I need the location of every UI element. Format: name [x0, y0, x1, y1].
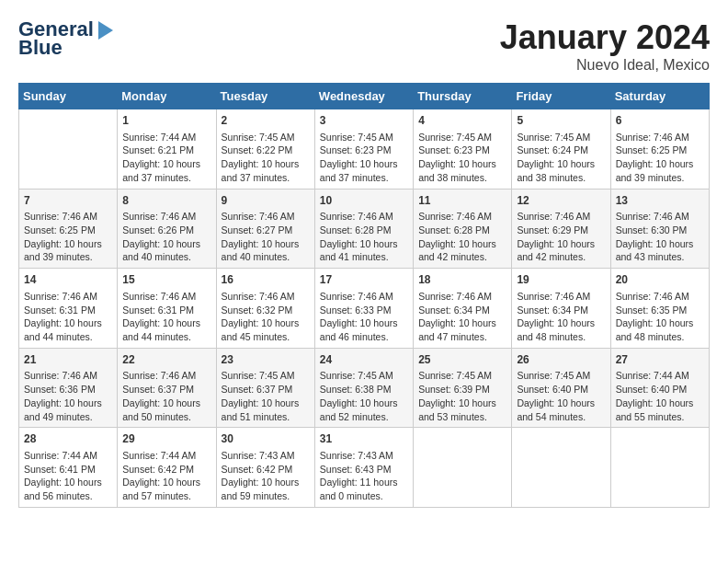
day-number: 13	[616, 193, 704, 209]
day-info: Sunrise: 7:46 AM	[517, 290, 605, 304]
day-info: Sunset: 6:34 PM	[517, 304, 605, 317]
day-info: Sunset: 6:33 PM	[320, 304, 408, 317]
day-info: Sunrise: 7:45 AM	[320, 369, 408, 383]
day-info: Sunrise: 7:46 AM	[24, 369, 112, 383]
calendar-cell: 5Sunrise: 7:45 AMSunset: 6:24 PMDaylight…	[512, 109, 610, 190]
day-info: Sunrise: 7:46 AM	[122, 369, 210, 383]
day-info: Daylight: 10 hours	[418, 157, 506, 171]
month-title: January 2024	[500, 18, 710, 57]
day-info: Daylight: 11 hours	[320, 476, 408, 489]
logo: General Blue	[18, 18, 113, 59]
day-number: 21	[24, 352, 112, 368]
day-number: 1	[122, 113, 210, 129]
day-info: Sunrise: 7:43 AM	[222, 449, 310, 463]
day-info: Sunset: 6:23 PM	[320, 144, 408, 157]
day-info: Sunrise: 7:46 AM	[616, 131, 704, 144]
day-info: Daylight: 10 hours	[418, 316, 506, 330]
day-info: and 52 minutes.	[320, 410, 408, 424]
day-info: Sunrise: 7:45 AM	[222, 369, 310, 383]
calendar-cell: 8Sunrise: 7:46 AMSunset: 6:26 PMDaylight…	[118, 189, 216, 269]
day-info: Daylight: 10 hours	[418, 396, 506, 410]
calendar-cell: 12Sunrise: 7:46 AMSunset: 6:29 PMDayligh…	[512, 189, 610, 269]
day-number: 15	[122, 272, 210, 288]
day-info: and 47 minutes.	[418, 330, 506, 344]
day-info: and 48 minutes.	[616, 330, 704, 344]
day-number: 16	[222, 272, 310, 288]
day-info: Daylight: 10 hours	[24, 316, 112, 330]
day-info: Sunset: 6:39 PM	[418, 383, 506, 396]
day-info: Daylight: 10 hours	[122, 396, 210, 410]
weekday-header: Tuesday	[216, 84, 314, 109]
day-info: Sunset: 6:28 PM	[320, 224, 408, 237]
calendar-cell: 15Sunrise: 7:46 AMSunset: 6:31 PMDayligh…	[118, 269, 216, 349]
day-number: 29	[122, 431, 210, 447]
calendar-cell: 10Sunrise: 7:46 AMSunset: 6:28 PMDayligh…	[314, 189, 413, 269]
day-info: and 39 minutes.	[616, 171, 704, 185]
calendar-week-row: 28Sunrise: 7:44 AMSunset: 6:41 PMDayligh…	[19, 428, 710, 508]
day-info: Daylight: 10 hours	[122, 316, 210, 330]
day-number: 2	[222, 113, 310, 129]
day-info: and 50 minutes.	[122, 410, 210, 424]
day-info: and 51 minutes.	[222, 410, 310, 424]
day-info: Daylight: 10 hours	[24, 237, 112, 251]
location: Nuevo Ideal, Mexico	[500, 57, 710, 74]
calendar-cell: 3Sunrise: 7:45 AMSunset: 6:23 PMDaylight…	[314, 109, 413, 190]
calendar-cell: 26Sunrise: 7:45 AMSunset: 6:40 PMDayligh…	[512, 348, 610, 428]
day-info: Daylight: 10 hours	[222, 237, 310, 251]
day-number: 27	[616, 352, 704, 368]
day-info: Daylight: 10 hours	[517, 396, 605, 410]
day-info: Daylight: 10 hours	[24, 396, 112, 410]
weekday-header: Thursday	[414, 84, 512, 109]
day-number: 28	[24, 431, 112, 447]
day-info: Daylight: 10 hours	[320, 157, 408, 171]
calendar-cell: 6Sunrise: 7:46 AMSunset: 6:25 PMDaylight…	[610, 109, 709, 190]
day-info: Daylight: 10 hours	[517, 316, 605, 330]
day-number: 31	[320, 431, 408, 447]
day-info: and 43 minutes.	[616, 250, 704, 264]
day-info: Daylight: 10 hours	[24, 476, 112, 489]
day-info: and 45 minutes.	[222, 330, 310, 344]
day-info: Daylight: 10 hours	[320, 237, 408, 251]
day-info: Sunrise: 7:46 AM	[418, 290, 506, 304]
weekday-header: Sunday	[19, 84, 118, 109]
day-info: Sunset: 6:34 PM	[418, 304, 506, 317]
day-info: Sunset: 6:40 PM	[616, 383, 704, 396]
day-info: Sunrise: 7:46 AM	[222, 290, 310, 304]
calendar-cell: 27Sunrise: 7:44 AMSunset: 6:40 PMDayligh…	[610, 348, 709, 428]
calendar-cell: 17Sunrise: 7:46 AMSunset: 6:33 PMDayligh…	[314, 269, 413, 349]
day-info: Daylight: 10 hours	[418, 237, 506, 251]
day-info: Sunrise: 7:45 AM	[517, 131, 605, 144]
day-info: Sunrise: 7:46 AM	[24, 210, 112, 224]
logo-text2: Blue	[18, 37, 63, 59]
calendar-cell: 24Sunrise: 7:45 AMSunset: 6:38 PMDayligh…	[314, 348, 413, 428]
day-info: Sunset: 6:29 PM	[517, 224, 605, 237]
day-number: 8	[122, 193, 210, 209]
calendar-cell: 7Sunrise: 7:46 AMSunset: 6:25 PMDaylight…	[19, 189, 118, 269]
day-info: Sunset: 6:37 PM	[122, 383, 210, 396]
day-info: Sunrise: 7:46 AM	[222, 210, 310, 224]
calendar-cell	[19, 109, 118, 190]
calendar-cell	[414, 428, 512, 508]
day-info: and 42 minutes.	[418, 250, 506, 264]
day-info: Sunset: 6:41 PM	[24, 463, 112, 477]
day-info: Sunset: 6:28 PM	[418, 224, 506, 237]
day-number: 17	[320, 272, 408, 288]
day-info: Sunrise: 7:46 AM	[320, 210, 408, 224]
calendar-week-row: 14Sunrise: 7:46 AMSunset: 6:31 PMDayligh…	[19, 269, 710, 349]
day-info: Sunrise: 7:43 AM	[320, 449, 408, 463]
day-info: Daylight: 10 hours	[122, 476, 210, 489]
day-number: 4	[418, 113, 506, 129]
calendar-cell	[610, 428, 709, 508]
day-number: 14	[24, 272, 112, 288]
calendar-cell: 28Sunrise: 7:44 AMSunset: 6:41 PMDayligh…	[19, 428, 118, 508]
day-info: Sunrise: 7:46 AM	[24, 290, 112, 304]
day-number: 11	[418, 193, 506, 209]
day-number: 12	[517, 193, 605, 209]
calendar-cell: 19Sunrise: 7:46 AMSunset: 6:34 PMDayligh…	[512, 269, 610, 349]
day-info: and 49 minutes.	[24, 410, 112, 424]
day-info: Daylight: 10 hours	[222, 316, 310, 330]
calendar-cell	[512, 428, 610, 508]
calendar-header: SundayMondayTuesdayWednesdayThursdayFrid…	[19, 84, 710, 109]
day-info: and 38 minutes.	[418, 171, 506, 185]
calendar-week-row: 7Sunrise: 7:46 AMSunset: 6:25 PMDaylight…	[19, 189, 710, 269]
